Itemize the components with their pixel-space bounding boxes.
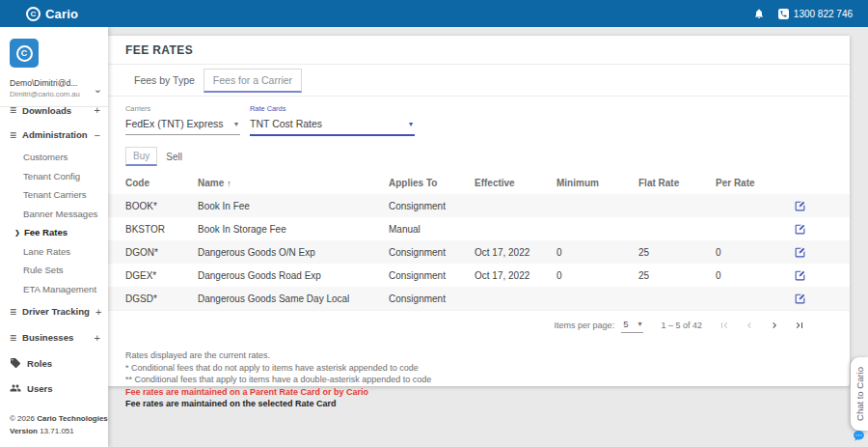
note-double-asterisk: ** Conditional fees that apply to items … xyxy=(125,374,832,386)
column-header-code[interactable]: Code xyxy=(125,178,198,188)
sidebar-item-eta-management[interactable]: ETA Management xyxy=(0,280,108,299)
chat-label: Chat to Cario xyxy=(854,367,865,421)
toggle-sell[interactable]: Sell xyxy=(159,149,189,165)
sort-asc-icon: ↑ xyxy=(227,179,231,188)
menu-icon: ≡ xyxy=(10,307,16,317)
sidebar-item-downloads[interactable]: ≡ Downloads + xyxy=(0,106,108,122)
notifications-bell-icon[interactable] xyxy=(753,8,765,19)
sidebar-item-businesses[interactable]: ≡ Businesses + xyxy=(0,324,108,350)
table-row: DGEX* Dangerous Goods Road Exp Consignme… xyxy=(108,264,850,287)
dropdown-arrow-icon: ▾ xyxy=(234,120,238,128)
menu-icon: ≡ xyxy=(10,333,16,343)
note-asterisk: * Conditional fees that do not apply to … xyxy=(125,362,832,375)
rate-cards-value: TNT Cost Rates xyxy=(250,118,322,129)
column-header-applies-to[interactable]: Applies To xyxy=(389,178,475,188)
previous-page-icon[interactable] xyxy=(743,319,755,331)
cario-logo-icon: C xyxy=(26,7,41,21)
cario-brand-logo: C Cario xyxy=(26,7,78,21)
user-email: Dimitri@cario.com.au xyxy=(10,90,94,98)
people-icon xyxy=(10,382,21,394)
carriers-value: FedEx (TNT) Express xyxy=(125,118,224,129)
footnotes: Rates displayed are the current rates. *… xyxy=(108,339,850,418)
column-header-per-rate[interactable]: Per Rate xyxy=(716,178,794,188)
last-page-icon[interactable] xyxy=(793,319,805,331)
toggle-buy[interactable]: Buy xyxy=(125,147,157,166)
items-per-page-select[interactable]: 5 ▾ xyxy=(621,318,643,333)
sidebar-item-rule-sets[interactable]: Rule Sets xyxy=(0,261,108,280)
chat-to-cario-tab[interactable]: Chat to Cario xyxy=(851,357,868,431)
support-phone-number: 1300 822 746 xyxy=(794,9,853,19)
phone-icon xyxy=(778,9,789,19)
note-parent-rate-card: Fee rates are maintained on a Parent Rat… xyxy=(125,386,832,399)
sidebar: C Demo\Dimitri@d... Dimitri@cario.com.au… xyxy=(0,27,108,447)
user-account-menu[interactable]: Demo\Dimitri@d... Dimitri@cario.com.au ⌄ xyxy=(0,76,108,106)
carriers-select[interactable]: Carriers FedEx (TNT) Express ▾ xyxy=(125,104,240,136)
sidebar-item-roles[interactable]: Roles xyxy=(0,350,108,376)
edit-icon[interactable] xyxy=(794,200,806,212)
sidebar-item-lane-rates[interactable]: Lane Rates xyxy=(0,242,108,262)
cario-logo-icon: C xyxy=(16,45,33,62)
table-row: DGON* Dangerous Goods O/N Exp Consignmen… xyxy=(108,240,850,264)
rate-cards-label: Rate Cards xyxy=(250,104,415,113)
table-row: DGSD* Dangerous Goods Same Day Local Con… xyxy=(108,287,850,310)
dropdown-arrow-icon: ▾ xyxy=(409,120,413,128)
sidebar-item-banner-messages[interactable]: Banner Messages xyxy=(0,205,108,224)
expand-icon: + xyxy=(95,306,101,318)
top-bar: C Cario 1300 822 746 xyxy=(0,0,868,27)
filters-row: Carriers FedEx (TNT) Express ▾ Rate Card… xyxy=(108,97,850,142)
column-header-name[interactable]: Name↑ xyxy=(198,178,389,188)
items-per-page-label: Items per page: xyxy=(555,321,615,330)
tab-fees-for-a-carrier[interactable]: Fees for a Carrier xyxy=(203,69,302,93)
column-header-flat-rate[interactable]: Flat Rate xyxy=(638,178,716,188)
expand-icon: + xyxy=(95,332,100,344)
chevron-down-icon: ⌄ xyxy=(94,85,102,93)
main-area: FEE RATES Fees by Type Fees for a Carrie… xyxy=(108,27,868,447)
menu-icon: ≡ xyxy=(10,130,16,140)
sidebar-item-tenant-config[interactable]: Tenant Config xyxy=(0,167,108,186)
paginator: Items per page: 5 ▾ 1 – 5 of 42 xyxy=(108,310,850,339)
sidebar-footer: © 2026 Cario Technologies Version 13.71.… xyxy=(0,406,108,447)
collapse-icon: − xyxy=(95,129,100,141)
buy-sell-toggle: Buy Sell xyxy=(108,142,850,171)
sidebar-nav: ≡ Downloads + ≡ Administration − Custome… xyxy=(0,106,108,406)
copyright-text: © 2026 Cario Technologies xyxy=(10,414,100,423)
sidebar-item-fee-rates[interactable]: ❯ Fee Rates xyxy=(0,223,108,242)
sidebar-item-customers[interactable]: Customers xyxy=(0,148,108,167)
note-selected-rate-card: Fee rates are maintained on the selected… xyxy=(125,398,832,410)
menu-icon: ≡ xyxy=(10,106,16,115)
tag-icon xyxy=(10,357,21,369)
user-name: Demo\Dimitri@d... xyxy=(10,78,94,88)
view-tab-bar: Fees by Type Fees for a Carrier xyxy=(108,65,850,97)
edit-icon[interactable] xyxy=(794,269,806,282)
table-row: BOOK* Book In Fee Consignment xyxy=(108,194,850,217)
column-header-minimum[interactable]: Minimum xyxy=(556,178,638,188)
expand-icon: + xyxy=(95,106,100,116)
page-title: FEE RATES xyxy=(108,36,850,65)
page-range-text: 1 – 5 of 42 xyxy=(661,321,702,330)
tab-fees-by-type[interactable]: Fees by Type xyxy=(125,69,203,92)
chevron-right-icon: ❯ xyxy=(14,229,20,237)
brand-name: Cario xyxy=(45,7,78,21)
carriers-label: Carriers xyxy=(125,104,240,113)
rate-cards-select[interactable]: Rate Cards TNT Cost Rates ▾ xyxy=(250,104,415,136)
sidebar-item-tenant-carriers[interactable]: Tenant Carriers xyxy=(0,185,108,205)
fee-rates-panel: FEE RATES Fees by Type Fees for a Carrie… xyxy=(108,36,850,386)
first-page-icon[interactable] xyxy=(718,319,730,331)
chat-bubble-icon[interactable] xyxy=(853,429,865,446)
table-row: BKSTOR Book In Storage Fee Manual xyxy=(108,217,850,240)
sidebar-item-administration[interactable]: ≡ Administration − xyxy=(0,122,108,148)
edit-icon[interactable] xyxy=(794,223,806,236)
table-header-row: Code Name↑ Applies To Effective Minimum … xyxy=(108,171,850,194)
dropdown-arrow-icon: ▾ xyxy=(637,320,641,328)
note-current-rates: Rates displayed are the current rates. xyxy=(125,349,832,362)
version-text: Version 13.71.051 xyxy=(10,427,100,435)
next-page-icon[interactable] xyxy=(768,319,780,331)
edit-icon[interactable] xyxy=(794,246,806,259)
edit-icon[interactable] xyxy=(794,293,806,305)
sidebar-cario-logo[interactable]: C xyxy=(10,39,39,68)
support-phone[interactable]: 1300 822 746 xyxy=(778,9,853,19)
sidebar-item-driver-tracking[interactable]: ≡ Driver Tracking + xyxy=(0,298,108,324)
column-header-effective[interactable]: Effective xyxy=(475,178,556,188)
sidebar-item-users[interactable]: Users xyxy=(0,376,108,401)
